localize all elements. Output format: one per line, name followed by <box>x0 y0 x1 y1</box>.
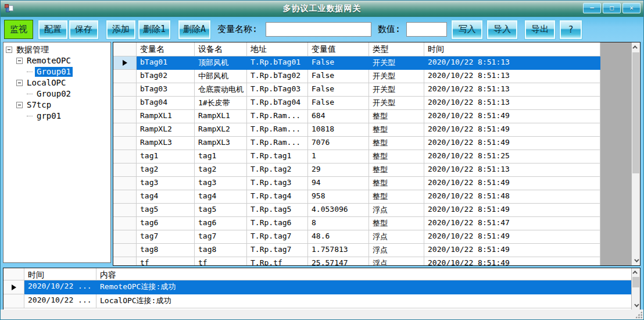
column-header[interactable]: 变量名 <box>137 42 195 56</box>
table-row[interactable]: tag8 tag8 T.Rp.tag7 1.757813 浮点 2020/10/… <box>113 244 631 257</box>
column-header[interactable]: 变量值 <box>308 42 369 56</box>
log-row[interactable]: 2020/10/22 ... RemoteOPC连接:成功 <box>3 280 631 294</box>
save-button[interactable]: 保存 <box>69 20 98 39</box>
log-column-header[interactable]: 内容 <box>96 268 631 280</box>
log-row-header[interactable] <box>3 280 24 294</box>
tree-node[interactable]: 数据管理 <box>3 44 110 55</box>
config-button[interactable]: 配置 <box>38 20 67 39</box>
table-row[interactable]: RampXL3 RampXL3 T.Rp.Ram... 7076 整型 2020… <box>113 137 631 150</box>
tree-node[interactable]: grp01 <box>3 111 110 122</box>
export-button[interactable]: 导出 <box>525 20 555 39</box>
log-vertical-scrollbar[interactable] <box>631 268 640 310</box>
tree-node[interactable]: S7tcp <box>3 99 110 111</box>
table-row[interactable]: bTag03 仓底震动电机 T.Rp.bTag03 False 开关型 2020… <box>113 83 631 97</box>
current-row-arrow-icon <box>123 60 127 66</box>
table-row[interactable]: tag4 tag4 T.Rp.tag4 958 整型 2020/10/22 8:… <box>113 190 631 204</box>
collapse-icon[interactable] <box>16 58 23 64</box>
log-cell-time: 2020/10/22 ... <box>24 294 96 308</box>
row-header[interactable] <box>113 56 137 70</box>
scroll-up-icon[interactable] <box>632 268 640 276</box>
write-button[interactable]: 写入 <box>452 20 482 39</box>
row-header[interactable] <box>113 97 137 110</box>
table-row[interactable]: tag3 tag3 T.Rp.tag3 94 整型 2020/10/22 8:5… <box>113 177 631 190</box>
log-row-header[interactable] <box>3 294 24 308</box>
scroll-down-icon[interactable] <box>632 256 640 265</box>
row-header[interactable] <box>113 150 137 163</box>
log-column-header[interactable]: 时间 <box>24 268 96 280</box>
delete-one-button[interactable]: 删除1 <box>138 20 170 39</box>
row-header[interactable] <box>113 244 137 257</box>
table-row[interactable]: tf tf T.Rp.tf 25.57147 浮点 2020/10/22 8:5… <box>113 257 631 265</box>
row-header[interactable] <box>113 83 137 97</box>
row-header[interactable] <box>113 137 137 150</box>
cell-address: T.Rp.tag1 <box>247 150 308 163</box>
scroll-up-icon[interactable] <box>632 42 640 52</box>
resize-grip[interactable] <box>635 311 642 318</box>
maximize-button[interactable]: □ <box>603 3 621 13</box>
row-header[interactable] <box>113 110 137 123</box>
cell-variable-name: tag6 <box>137 217 195 230</box>
monitor-button[interactable]: 监视 <box>4 20 33 39</box>
table-row[interactable]: tag7 tag7 T.Rp.tag7 48.6 浮点 2020/10/22 8… <box>113 230 631 244</box>
row-header[interactable] <box>113 204 137 217</box>
tree-node-label[interactable]: Group02 <box>35 89 73 99</box>
column-header[interactable]: 时间 <box>424 42 600 56</box>
table-row[interactable]: RampXL1 RampXL1 T.Rp.Ram... 684 整型 2020/… <box>113 110 631 123</box>
tree-node[interactable]: RemoteOPC <box>3 55 110 66</box>
column-header[interactable]: 设备名 <box>195 42 247 56</box>
cell-type: 整型 <box>369 163 424 177</box>
table-row[interactable]: bTag04 1#长皮带 T.Rp.bTag04 False 开关型 2020/… <box>113 97 631 110</box>
tree-node[interactable]: LocalOPC <box>3 77 110 88</box>
table-row[interactable]: bTag01 顶部风机 T.Rp.bTag01 False 开关型 2020/1… <box>113 56 631 70</box>
row-header[interactable] <box>113 230 137 244</box>
cell-device-name: tag1 <box>195 150 247 163</box>
tree-node-label[interactable]: LocalOPC <box>25 78 67 88</box>
cell-device-name: tag6 <box>195 217 247 230</box>
tree-node-label[interactable]: grp01 <box>35 111 63 121</box>
row-filler <box>600 204 631 217</box>
minimize-button[interactable]: – <box>583 3 601 13</box>
grid-vertical-scrollbar[interactable] <box>631 42 640 265</box>
table-row[interactable]: tag1 tag1 T.Rp.tag1 1 整型 2020/10/22 8:51… <box>113 150 631 163</box>
scrollbar-thumb[interactable] <box>632 52 639 173</box>
column-header[interactable]: 地址 <box>247 42 308 56</box>
row-header[interactable] <box>113 177 137 190</box>
row-header[interactable] <box>113 163 137 177</box>
cell-address: T.Rp.tag5 <box>247 204 308 217</box>
tree-node-label[interactable]: S7tcp <box>25 100 53 110</box>
row-header[interactable] <box>113 217 137 230</box>
scroll-down-icon[interactable] <box>632 301 640 310</box>
table-row[interactable]: RampXL2 RampXL2 T.Rp.Ram... 10818 整型 202… <box>113 123 631 137</box>
tree-node-label[interactable]: RemoteOPC <box>25 56 73 66</box>
table-row[interactable]: tag5 tag5 T.Rp.tag5 4.053096 浮点 2020/10/… <box>113 204 631 217</box>
collapse-icon[interactable] <box>16 80 23 86</box>
variable-name-input[interactable] <box>266 22 371 37</box>
column-header[interactable]: 类型 <box>369 42 424 56</box>
delete-all-button[interactable]: 删除A <box>178 20 210 39</box>
cell-device-name: RampXL3 <box>195 137 247 150</box>
table-row[interactable]: tag2 tag2 T.Rp.tag2 29 整型 2020/10/22 8:5… <box>113 163 631 177</box>
row-header[interactable] <box>113 70 137 83</box>
tree-node[interactable]: Group01 <box>3 66 110 77</box>
close-button[interactable]: ✕ <box>622 3 641 13</box>
add-button[interactable]: 添加 <box>106 20 135 39</box>
scrollbar-thumb[interactable] <box>632 277 639 287</box>
row-header[interactable] <box>113 190 137 204</box>
cell-type: 浮点 <box>369 230 424 244</box>
row-header[interactable] <box>113 257 137 265</box>
tree-node-label[interactable]: 数据管理 <box>15 45 51 55</box>
collapse-icon[interactable] <box>16 102 23 108</box>
table-row[interactable]: tag6 tag6 T.Rp.tag6 8 整型 2020/10/22 8:51… <box>113 217 631 230</box>
value-input[interactable] <box>406 22 447 37</box>
help-button[interactable]: ? <box>560 20 582 39</box>
log-row[interactable]: 2020/10/22 ... LocalOPC连接:成功 <box>3 294 631 308</box>
collapse-icon[interactable] <box>6 47 12 53</box>
import-button[interactable]: 导入 <box>487 20 517 39</box>
tree-node-label[interactable]: Group01 <box>35 67 73 77</box>
title-bar: 多协议工业数据网关 – □ ✕ <box>1 1 643 17</box>
table-row[interactable]: bTag02 中部风机 T.Rp.bTag02 False 开关型 2020/1… <box>113 70 631 83</box>
grid-body: bTag01 顶部风机 T.Rp.bTag01 False 开关型 2020/1… <box>113 56 631 265</box>
row-header[interactable] <box>113 123 137 137</box>
tree-node[interactable]: Group02 <box>3 88 110 99</box>
cell-time: 2020/10/22 8:51:49 <box>424 137 600 150</box>
